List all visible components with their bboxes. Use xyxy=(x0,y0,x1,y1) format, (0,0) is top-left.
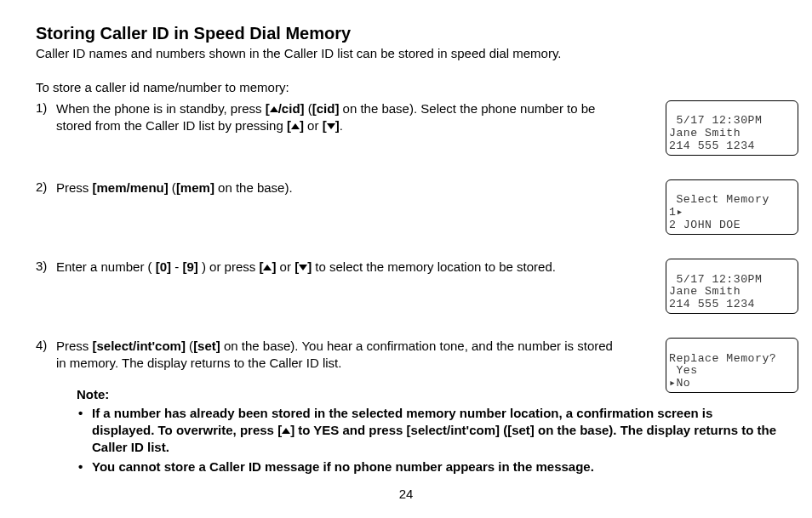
subintro-text: To store a caller id name/number to memo… xyxy=(36,79,778,96)
lcd-line: Jane Smith xyxy=(669,128,795,140)
notes: Note: If a number has already been store… xyxy=(56,386,778,475)
note-bullet-list: If a number has already been stored in t… xyxy=(77,405,778,475)
up-arrow-icon xyxy=(263,265,272,270)
lcd-line: 1▸ xyxy=(669,207,795,219)
text: on the base). xyxy=(214,180,293,195)
lcd-screen: 5/17 12:30PMJane Smith214 555 1234 xyxy=(666,259,798,314)
step-body: Press [mem/menu] ([mem] on the base). xyxy=(56,179,628,196)
lcd-line: Select Memory xyxy=(669,194,795,207)
step-1: 1) When the phone is in standby, press [… xyxy=(36,100,778,156)
step-body: Press [select/int'com] ([set] on the bas… xyxy=(56,338,628,373)
lcd-screen: Replace Memory? Yes▸No xyxy=(666,338,798,393)
key: [cid] xyxy=(312,101,340,116)
up-arrow-icon xyxy=(282,428,290,434)
text: Press xyxy=(56,339,93,353)
key: [0] xyxy=(156,259,171,274)
lcd-line: 214 555 1234 xyxy=(669,140,795,153)
lcd-line: Jane Smith xyxy=(669,286,795,299)
text: Enter a number ( xyxy=(56,259,156,274)
lcd-line: Replace Memory? xyxy=(669,353,795,366)
up-arrow-icon xyxy=(291,123,300,129)
step-number: 1) xyxy=(36,100,56,115)
lcd-line: 2 JOHN DOE xyxy=(669,219,795,232)
text: ( xyxy=(186,339,193,353)
lcd-column: Replace Memory? Yes▸No xyxy=(628,338,798,393)
manual-page: Storing Caller ID in Speed Dial Memory C… xyxy=(0,0,812,518)
down-arrow-icon xyxy=(299,265,307,270)
text: or xyxy=(276,259,294,274)
lcd-line: 214 555 1234 xyxy=(669,299,795,311)
text: to select the memory location to be stor… xyxy=(312,259,556,274)
lcd-line: 5/17 12:30PM xyxy=(669,115,795,128)
step-number: 3) xyxy=(36,259,56,273)
intro-text: Caller ID names and numbers shown in the… xyxy=(36,45,778,62)
key: [set] xyxy=(193,339,220,353)
text: . xyxy=(340,118,343,133)
page-heading: Storing Caller ID in Speed Dial Memory xyxy=(36,24,778,43)
step-number: 4) xyxy=(36,338,56,352)
step-body: When the phone is in standby, press [/ci… xyxy=(56,100,628,135)
lcd-screen: 5/17 12:30PMJane Smith214 555 1234 xyxy=(666,100,798,156)
lcd-column: 5/17 12:30PMJane Smith214 555 1234 xyxy=(628,100,798,156)
lcd-column: Select Memory1▸2 JOHN DOE xyxy=(628,179,798,235)
key: [mem/menu] xyxy=(93,180,169,195)
text: Press xyxy=(56,180,93,195)
step-2: 2) Press [mem/menu] ([mem] on the base).… xyxy=(36,179,778,235)
lcd-screen: Select Memory1▸2 JOHN DOE xyxy=(666,179,798,235)
text: - xyxy=(171,259,182,274)
key-close: /cid] xyxy=(278,101,305,116)
steps-list: 1) When the phone is in standby, press [… xyxy=(36,100,778,394)
note-item: If a number has already been stored in t… xyxy=(77,405,778,456)
step-3: 3) Enter a number ( [0] - [9] ) or press… xyxy=(36,259,778,314)
lcd-column: 5/17 12:30PMJane Smith214 555 1234 xyxy=(628,259,798,314)
text: or xyxy=(304,118,323,133)
text: ( xyxy=(305,101,312,116)
text: ) or press xyxy=(198,259,260,274)
key: [select/int'com] xyxy=(93,339,186,353)
lcd-line: 5/17 12:30PM xyxy=(669,274,795,287)
note-item: You cannot store a Caller ID message if … xyxy=(77,458,778,475)
step-4: 4) Press [select/int'com] ([set] on the … xyxy=(36,338,778,393)
step-number: 2) xyxy=(36,179,56,194)
key: [9] xyxy=(182,259,197,274)
step-body: Enter a number ( [0] - [9] ) or press []… xyxy=(56,259,628,276)
page-number: 24 xyxy=(0,487,812,501)
down-arrow-icon xyxy=(327,123,335,129)
key: [mem] xyxy=(176,180,214,195)
up-arrow-icon xyxy=(270,106,278,112)
lcd-line: Yes xyxy=(669,365,795,378)
lcd-line: ▸No xyxy=(669,378,795,390)
text: When the phone is in standby, press xyxy=(56,101,266,116)
text: ( xyxy=(169,180,176,195)
